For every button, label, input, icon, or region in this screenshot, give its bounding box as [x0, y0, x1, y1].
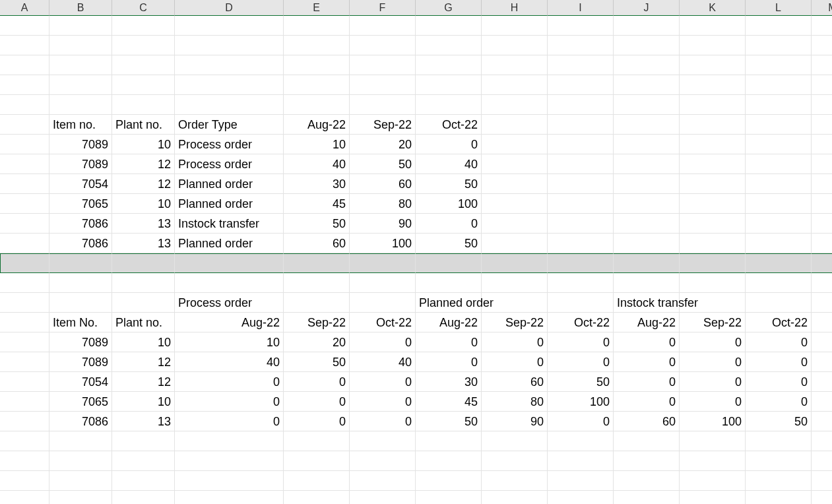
cell[interactable] [416, 491, 482, 504]
cell[interactable] [680, 491, 746, 504]
table-row[interactable]: 7054 [49, 174, 112, 194]
cell[interactable] [0, 16, 49, 36]
cell[interactable] [0, 412, 49, 431]
table-row[interactable]: 7086 [49, 234, 112, 253]
table-row[interactable]: 0 [680, 372, 746, 392]
cell[interactable] [350, 273, 416, 293]
table2-header-sep[interactable]: Sep-22 [284, 313, 350, 332]
cell[interactable] [614, 214, 680, 234]
cell[interactable] [812, 135, 832, 154]
cell[interactable] [746, 55, 812, 75]
selected-row-cell[interactable] [416, 253, 482, 273]
cell[interactable] [0, 214, 49, 234]
cell[interactable] [0, 154, 49, 174]
cell[interactable] [746, 115, 812, 135]
table-row[interactable]: 7086 [49, 412, 112, 431]
table-row[interactable]: 90 [482, 412, 548, 431]
cell[interactable] [0, 55, 49, 75]
cell[interactable] [175, 451, 284, 471]
cell[interactable] [175, 95, 284, 115]
cell[interactable] [812, 75, 832, 95]
cell[interactable] [812, 95, 832, 115]
cell[interactable] [0, 174, 49, 194]
cell[interactable] [175, 431, 284, 451]
table-row[interactable]: 50 [416, 174, 482, 194]
cell[interactable] [812, 332, 832, 352]
cell[interactable] [0, 36, 49, 55]
cell[interactable] [680, 75, 746, 95]
cell[interactable] [350, 75, 416, 95]
cell[interactable] [284, 55, 350, 75]
table2-header-plant-no[interactable]: Plant no. [112, 313, 175, 332]
cell[interactable] [746, 471, 812, 491]
cell[interactable] [482, 214, 548, 234]
cell[interactable] [416, 36, 482, 55]
table-row[interactable]: 45 [284, 194, 350, 214]
table-row[interactable]: 0 [614, 352, 680, 372]
table2-header-aug[interactable]: Aug-22 [614, 313, 680, 332]
cell[interactable] [112, 75, 175, 95]
col-header-K[interactable]: K [680, 0, 746, 16]
selected-row-cell[interactable] [284, 253, 350, 273]
table-row[interactable]: 0 [482, 332, 548, 352]
cell[interactable] [482, 471, 548, 491]
cell[interactable] [746, 174, 812, 194]
cell[interactable] [482, 36, 548, 55]
table-row[interactable]: 0 [746, 392, 812, 412]
table-row[interactable]: 0 [416, 135, 482, 154]
cell[interactable] [812, 273, 832, 293]
cell[interactable] [812, 214, 832, 234]
cell[interactable] [49, 55, 112, 75]
table2-header-sep[interactable]: Sep-22 [680, 313, 746, 332]
table-row[interactable]: 7086 [49, 214, 112, 234]
table-row[interactable]: Instock transfer [175, 214, 284, 234]
table-row[interactable]: 80 [482, 392, 548, 412]
cell[interactable] [548, 154, 614, 174]
cell[interactable] [680, 16, 746, 36]
col-header-H[interactable]: H [482, 0, 548, 16]
cell[interactable] [49, 16, 112, 36]
cell[interactable] [680, 431, 746, 451]
table-row[interactable]: 50 [746, 412, 812, 431]
col-header-J[interactable]: J [614, 0, 680, 16]
cell[interactable] [284, 431, 350, 451]
table-row[interactable]: 30 [284, 174, 350, 194]
group-label-instock[interactable]: Instock transfer [614, 293, 680, 313]
cell[interactable] [614, 451, 680, 471]
cell[interactable] [175, 471, 284, 491]
table-row[interactable]: 50 [548, 372, 614, 392]
cell[interactable] [0, 431, 49, 451]
cell[interactable] [680, 471, 746, 491]
cell[interactable] [680, 293, 746, 313]
table2-header-oct[interactable]: Oct-22 [350, 313, 416, 332]
cell[interactable] [0, 451, 49, 471]
cell[interactable] [812, 174, 832, 194]
cell[interactable] [482, 293, 548, 313]
cell[interactable] [614, 154, 680, 174]
selected-row-cell[interactable] [112, 253, 175, 273]
selected-row-cell[interactable] [482, 253, 548, 273]
cell[interactable] [614, 135, 680, 154]
table-row[interactable]: 40 [175, 352, 284, 372]
cell[interactable] [812, 154, 832, 174]
cell[interactable] [746, 451, 812, 471]
table-row[interactable]: 7054 [49, 372, 112, 392]
cell[interactable] [548, 273, 614, 293]
cell[interactable] [746, 214, 812, 234]
cell[interactable] [680, 174, 746, 194]
cell[interactable] [0, 352, 49, 372]
cell[interactable] [112, 431, 175, 451]
cell[interactable] [0, 313, 49, 332]
cell[interactable] [350, 16, 416, 36]
cell[interactable] [49, 491, 112, 504]
selected-row-cell[interactable] [0, 253, 49, 273]
cell[interactable] [49, 451, 112, 471]
table-row[interactable]: 0 [175, 412, 284, 431]
table-row[interactable]: 0 [350, 332, 416, 352]
table-row[interactable]: 90 [350, 214, 416, 234]
table-row[interactable]: 60 [284, 234, 350, 253]
table-row[interactable]: 50 [284, 352, 350, 372]
table-row[interactable]: 80 [350, 194, 416, 214]
col-header-F[interactable]: F [350, 0, 416, 16]
col-header-M[interactable]: M [812, 0, 832, 16]
